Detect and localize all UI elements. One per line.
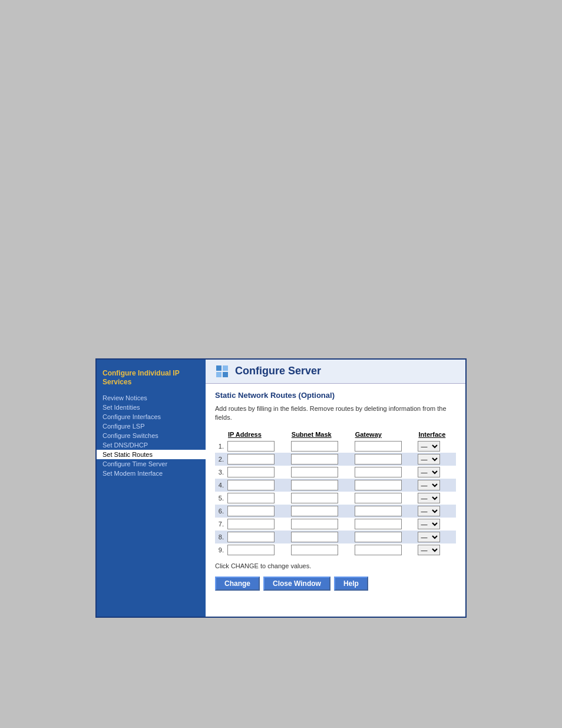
mask-cell-9 xyxy=(289,543,353,556)
gateway-cell-5 xyxy=(353,492,416,505)
interface-select-8[interactable]: — xyxy=(418,532,440,542)
ip-input-9[interactable] xyxy=(227,545,275,555)
main-window: Configure Individual IP Services Review … xyxy=(95,358,467,618)
close-window-button[interactable]: Close Window xyxy=(263,577,330,591)
gateway-input-3[interactable] xyxy=(355,467,402,477)
description: Add routes by filling in the fields. Rem… xyxy=(215,404,456,423)
ip-cell-5 xyxy=(226,492,289,505)
row-num-8: 8. xyxy=(215,531,226,543)
interface-cell-2: — xyxy=(416,453,456,466)
gateway-input-6[interactable] xyxy=(355,506,402,516)
ip-input-5[interactable] xyxy=(227,493,275,503)
interface-select-1[interactable]: — xyxy=(418,441,440,452)
mask-cell-1 xyxy=(289,440,353,453)
gateway-cell-1 xyxy=(353,440,416,453)
table-row: 1.— xyxy=(215,440,456,453)
interface-cell-3: — xyxy=(416,466,456,479)
svg-rect-3 xyxy=(223,372,228,377)
interface-select-6[interactable]: — xyxy=(418,506,440,516)
gateway-input-9[interactable] xyxy=(355,545,402,555)
svg-rect-1 xyxy=(223,365,228,371)
header-title: Configure Server xyxy=(235,365,321,377)
table-row: 5.— xyxy=(215,492,456,505)
interface-select-3[interactable]: — xyxy=(418,467,440,477)
table-row: 6.— xyxy=(215,505,456,518)
sidebar-item-configure-interfaces[interactable]: Configure Interfaces xyxy=(97,412,206,421)
sidebar-item-set-identities[interactable]: Set Identities xyxy=(97,403,206,412)
ip-input-3[interactable] xyxy=(227,467,275,477)
interface-cell-5: — xyxy=(416,492,456,505)
sidebar-item-configure-lsp[interactable]: Configure LSP xyxy=(97,421,206,431)
ip-cell-2 xyxy=(226,453,289,466)
gateway-input-2[interactable] xyxy=(355,454,402,465)
mask-input-1[interactable] xyxy=(291,441,338,452)
section-title: Static Network Routes (Optional) xyxy=(215,391,456,400)
ip-cell-3 xyxy=(226,466,289,479)
row-num-2: 2. xyxy=(215,453,226,466)
mask-input-9[interactable] xyxy=(291,545,338,555)
interface-select-5[interactable]: — xyxy=(418,493,440,503)
mask-cell-5 xyxy=(289,492,353,505)
sidebar-title: Configure Individual IP Services xyxy=(97,365,206,393)
routes-table: IP Address Subnet Mask Gateway Interface… xyxy=(215,429,456,556)
sidebar-item-configure-switches[interactable]: Configure Switches xyxy=(97,431,206,440)
sidebar: Configure Individual IP Services Review … xyxy=(97,360,206,617)
gateway-input-8[interactable] xyxy=(355,532,402,542)
interface-cell-1: — xyxy=(416,440,456,453)
interface-cell-6: — xyxy=(416,505,456,518)
col-num-header xyxy=(215,429,226,440)
row-num-1: 1. xyxy=(215,440,226,453)
ip-cell-9 xyxy=(226,543,289,556)
mask-input-4[interactable] xyxy=(291,480,338,490)
svg-rect-0 xyxy=(216,365,222,371)
interface-cell-4: — xyxy=(416,479,456,492)
gateway-cell-4 xyxy=(353,479,416,492)
table-row: 2.— xyxy=(215,453,456,466)
ip-input-1[interactable] xyxy=(227,441,275,452)
mask-input-3[interactable] xyxy=(291,467,338,477)
mask-input-6[interactable] xyxy=(291,506,338,516)
svg-rect-2 xyxy=(216,372,222,377)
ip-input-8[interactable] xyxy=(227,532,275,542)
interface-select-7[interactable]: — xyxy=(418,519,440,529)
sidebar-item-set-static-routes[interactable]: Set Static Routes xyxy=(97,450,206,459)
ip-cell-1 xyxy=(226,440,289,453)
interface-cell-8: — xyxy=(416,531,456,543)
table-row: 3.— xyxy=(215,466,456,479)
mask-input-2[interactable] xyxy=(291,454,338,465)
ip-input-4[interactable] xyxy=(227,480,275,490)
interface-select-4[interactable]: — xyxy=(418,480,440,490)
change-button[interactable]: Change xyxy=(215,577,260,591)
sidebar-item-set-modem-interface[interactable]: Set Modem Interface xyxy=(97,469,206,478)
gateway-cell-7 xyxy=(353,518,416,531)
interface-cell-7: — xyxy=(416,518,456,531)
sidebar-item-set-dns/dhcp[interactable]: Set DNS/DHCP xyxy=(97,440,206,450)
ip-cell-8 xyxy=(226,531,289,543)
mask-cell-3 xyxy=(289,466,353,479)
sidebar-item-configure-time-server[interactable]: Configure Time Server xyxy=(97,459,206,469)
mask-input-7[interactable] xyxy=(291,519,338,529)
sidebar-nav: Review NoticesSet IdentitiesConfigure In… xyxy=(97,393,206,478)
mask-cell-7 xyxy=(289,518,353,531)
gateway-input-5[interactable] xyxy=(355,493,402,503)
row-num-9: 9. xyxy=(215,543,226,556)
sidebar-item-review-notices[interactable]: Review Notices xyxy=(97,393,206,403)
row-num-6: 6. xyxy=(215,505,226,518)
mask-input-8[interactable] xyxy=(291,532,338,542)
ip-input-7[interactable] xyxy=(227,519,275,529)
ip-input-2[interactable] xyxy=(227,454,275,465)
gateway-cell-3 xyxy=(353,466,416,479)
gateway-input-7[interactable] xyxy=(355,519,402,529)
mask-input-5[interactable] xyxy=(291,493,338,503)
table-row: 7.— xyxy=(215,518,456,531)
help-button[interactable]: Help xyxy=(334,577,368,591)
table-row: 8.— xyxy=(215,531,456,543)
gateway-input-4[interactable] xyxy=(355,480,402,490)
interface-select-9[interactable]: — xyxy=(418,545,440,555)
gateway-input-1[interactable] xyxy=(355,441,402,452)
configure-server-icon xyxy=(215,364,229,378)
interface-select-2[interactable]: — xyxy=(418,454,440,465)
gateway-cell-6 xyxy=(353,505,416,518)
col-mask-header: Subnet Mask xyxy=(289,429,353,440)
ip-input-6[interactable] xyxy=(227,506,275,516)
